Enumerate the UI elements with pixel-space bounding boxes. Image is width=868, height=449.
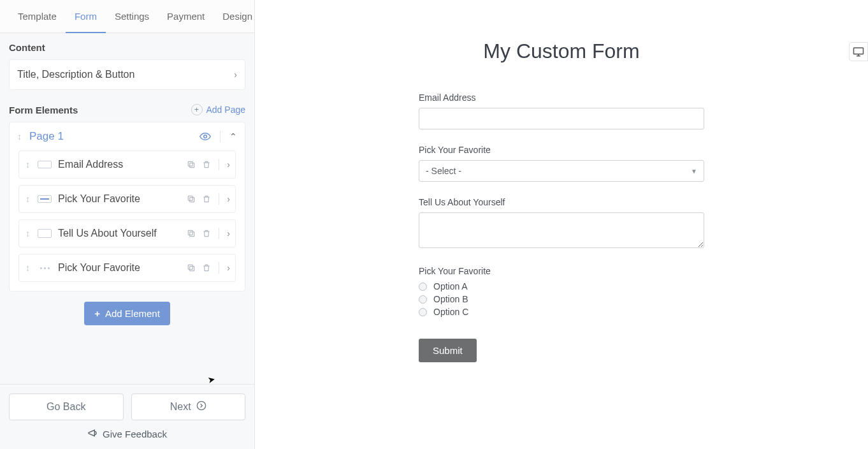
- radio-label: Option A: [433, 281, 468, 291]
- submit-button[interactable]: Submit: [419, 339, 477, 362]
- plus-icon: +: [191, 104, 203, 115]
- sidebar-body: Content Title, Description & Button › Fo…: [0, 33, 254, 384]
- tab-design[interactable]: Design: [213, 0, 261, 33]
- duplicate-icon[interactable]: [187, 195, 196, 203]
- radio-option-b[interactable]: Option B: [419, 294, 704, 304]
- give-feedback-link[interactable]: Give Feedback: [9, 428, 245, 440]
- delete-icon[interactable]: [202, 263, 211, 272]
- email-input[interactable]: [419, 108, 704, 129]
- divider: [219, 159, 219, 170]
- sidebar-footer: Go Back Next Give Feedback: [0, 384, 254, 449]
- preview-pane: My Custom Form Email Address Pick Your F…: [255, 0, 868, 449]
- svg-rect-10: [854, 48, 864, 54]
- svg-point-9: [197, 401, 205, 409]
- delete-icon[interactable]: [202, 195, 211, 203]
- radio-icon: [419, 283, 427, 291]
- page-actions: ⌃: [199, 131, 237, 142]
- form-title: My Custom Form: [419, 40, 704, 63]
- drag-handle-icon[interactable]: ↕: [17, 131, 22, 142]
- drag-handle-icon[interactable]: ↕: [25, 263, 30, 273]
- element-label: Pick Your Favorite: [58, 262, 140, 274]
- element-list: ↕ Email Address › ↕ Pick Your: [10, 151, 245, 291]
- svg-rect-7: [190, 267, 194, 271]
- chevron-right-icon: ›: [234, 70, 237, 80]
- svg-rect-8: [189, 265, 193, 269]
- arrow-right-circle-icon: [196, 401, 206, 413]
- field-email: Email Address: [419, 92, 704, 129]
- delete-icon[interactable]: [202, 160, 211, 169]
- chevron-right-icon[interactable]: ›: [227, 263, 230, 273]
- content-row-title-desc-button[interactable]: Title, Description & Button ›: [9, 59, 245, 90]
- visibility-icon[interactable]: [199, 133, 211, 140]
- chevron-up-icon[interactable]: ⌃: [229, 131, 237, 142]
- tab-payment[interactable]: Payment: [158, 0, 213, 33]
- dropdown-type-icon: [38, 195, 52, 203]
- megaphone-icon: [87, 428, 98, 440]
- chevron-down-icon: ▼: [691, 168, 697, 175]
- add-element-button[interactable]: + Add Element: [84, 302, 170, 325]
- divider: [219, 193, 219, 205]
- svg-rect-2: [189, 161, 193, 166]
- favorite-select[interactable]: - Select - ▼: [419, 160, 704, 182]
- select-placeholder: - Select -: [426, 166, 461, 176]
- chevron-right-icon[interactable]: ›: [227, 228, 230, 239]
- svg-rect-3: [190, 198, 194, 202]
- radio-icon: [419, 308, 427, 316]
- chevron-right-icon[interactable]: ›: [227, 194, 230, 204]
- drag-handle-icon[interactable]: ↕: [25, 194, 30, 204]
- form-preview: My Custom Form Email Address Pick Your F…: [419, 40, 704, 449]
- content-section-label: Content: [9, 42, 245, 53]
- tab-settings[interactable]: Settings: [106, 0, 158, 33]
- element-row-favorite-select[interactable]: ↕ Pick Your Favorite ›: [18, 185, 236, 213]
- drag-handle-icon[interactable]: ↕: [25, 228, 30, 239]
- svg-point-0: [204, 135, 207, 138]
- plus-icon: +: [94, 308, 100, 319]
- field-favorite-radio: Pick Your Favorite Option A Option B Opt…: [419, 266, 704, 317]
- delete-icon[interactable]: [202, 229, 211, 238]
- element-row-about[interactable]: ↕ Tell Us About Yourself ›: [18, 219, 236, 247]
- element-label: Tell Us About Yourself: [58, 228, 157, 239]
- divider: [219, 262, 219, 274]
- radio-option-a[interactable]: Option A: [419, 281, 704, 291]
- field-label: Pick Your Favorite: [419, 266, 704, 276]
- content-row-label: Title, Description & Button: [17, 69, 134, 80]
- add-element-label: Add Element: [105, 308, 160, 319]
- field-label: Pick Your Favorite: [419, 145, 704, 155]
- field-label: Tell Us About Yourself: [419, 197, 704, 207]
- duplicate-icon[interactable]: [187, 229, 196, 238]
- svg-rect-6: [189, 230, 193, 235]
- next-button[interactable]: Next: [131, 394, 246, 420]
- svg-rect-5: [190, 232, 194, 237]
- drag-handle-icon[interactable]: ↕: [25, 159, 30, 170]
- sidebar: Template Form Settings Payment Design Co…: [0, 0, 255, 449]
- add-page-label: Add Page: [206, 105, 246, 115]
- svg-rect-4: [189, 196, 193, 200]
- element-actions: ›: [187, 228, 230, 239]
- radio-icon: [419, 295, 427, 304]
- desktop-preview-button[interactable]: [849, 42, 868, 61]
- next-label: Next: [170, 401, 191, 413]
- chevron-right-icon[interactable]: ›: [227, 159, 230, 170]
- page-accordion: ↕ Page 1 ⌃ ↕ Email Address: [9, 122, 245, 291]
- text-input-type-icon: [38, 161, 52, 168]
- add-page-button[interactable]: + Add Page: [191, 104, 246, 115]
- field-favorite-select: Pick Your Favorite - Select - ▼: [419, 145, 704, 182]
- element-row-email[interactable]: ↕ Email Address ›: [18, 151, 236, 179]
- page-header[interactable]: ↕ Page 1 ⌃: [10, 122, 245, 151]
- go-back-button[interactable]: Go Back: [9, 394, 124, 420]
- tab-template[interactable]: Template: [9, 0, 66, 33]
- element-label: Email Address: [58, 159, 123, 170]
- element-row-favorite-radio[interactable]: ↕ Pick Your Favorite ›: [18, 254, 236, 282]
- feedback-label: Give Feedback: [103, 429, 167, 439]
- svg-rect-1: [190, 163, 194, 168]
- about-textarea[interactable]: [419, 212, 704, 248]
- tabs: Template Form Settings Payment Design: [0, 0, 254, 33]
- form-elements-header: Form Elements + Add Page: [9, 104, 245, 115]
- desktop-icon: [853, 47, 864, 57]
- duplicate-icon[interactable]: [187, 263, 196, 272]
- field-label: Email Address: [419, 92, 704, 103]
- radio-option-c[interactable]: Option C: [419, 307, 704, 317]
- tab-form[interactable]: Form: [66, 0, 106, 33]
- duplicate-icon[interactable]: [187, 160, 196, 169]
- element-actions: ›: [187, 159, 230, 170]
